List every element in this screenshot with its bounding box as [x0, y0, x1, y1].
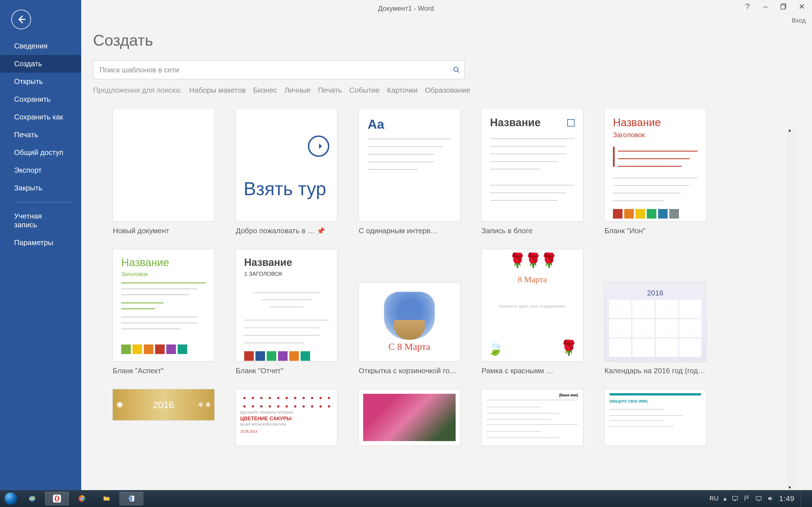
tray-chevron-up-icon[interactable]: ▴	[723, 495, 726, 502]
template-caption: Добро пожаловать в …📌	[236, 226, 337, 235]
roses-icon: 🌹🌹🌹	[509, 252, 556, 269]
sidebar-item-export[interactable]: Экспорт	[0, 161, 81, 179]
sidebar-item-info[interactable]: Сведения	[0, 37, 81, 55]
template-thumb: 2016	[113, 389, 214, 420]
template-thumb: [ВВЕДИТЕ СВОЕ ИМЯ]	[605, 389, 706, 446]
action-center-icon[interactable]	[732, 495, 739, 502]
suggestions-row: Предложения для поиска: Наборы макетов Б…	[93, 86, 801, 95]
start-orb-icon	[4, 492, 17, 505]
title-bar: Документ1 - Word ? – ✕ Вход	[0, 0, 812, 17]
network-icon[interactable]	[755, 495, 762, 502]
flag-icon[interactable]	[744, 495, 750, 502]
vertical-scrollbar[interactable]: ▴ ▾	[788, 127, 798, 490]
template-caption: Новый документ	[113, 226, 214, 235]
template-caption: Календарь на 2016 год (годов…	[605, 367, 706, 375]
taskbar-word[interactable]: W	[119, 492, 143, 505]
volume-icon[interactable]	[767, 495, 774, 502]
svg-point-8	[56, 496, 58, 501]
template-tile-blank[interactable]: Новый документ	[113, 109, 214, 235]
language-indicator[interactable]: RU	[710, 495, 719, 502]
template-gallery-scroll: Новый документ Взять тур Добро пожаловат…	[93, 109, 801, 490]
scroll-up-arrow-icon[interactable]: ▴	[789, 127, 798, 133]
template-tile-roses-frame[interactable]: 🌹🌹🌹 8 Марта Напишите здесь свое поздравл…	[481, 249, 583, 375]
pin-icon: 📌	[317, 227, 325, 235]
template-tile-resume-2[interactable]: [ВВЕДИТЕ СВОЕ ИМЯ]	[605, 389, 706, 446]
opera-icon	[53, 495, 61, 503]
backstage-sidebar: Сведения Создать Открыть Сохранить Сохра…	[0, 0, 81, 490]
template-thumb: С 8 Марта	[359, 283, 460, 361]
help-button[interactable]: ?	[743, 2, 752, 11]
minimize-button[interactable]: –	[761, 2, 770, 11]
sidebar-item-account[interactable]: Учетная запись	[0, 207, 81, 234]
ie-icon	[28, 495, 36, 503]
svg-rect-1	[781, 5, 785, 9]
template-tile-tour[interactable]: Взять тур Добро пожаловать в …📌	[236, 109, 337, 235]
template-caption: Открытка с корзиночкой гол…	[359, 367, 460, 375]
restore-button[interactable]	[779, 2, 788, 11]
sidebar-item-saveas[interactable]: Сохранить как	[0, 108, 81, 126]
template-tile-golden-2016[interactable]: 2016	[113, 389, 214, 446]
main-panel: Создать Предложения для поиска: Наборы м…	[81, 0, 812, 490]
suggest-link[interactable]: Печать	[318, 86, 342, 95]
taskbar-chrome[interactable]	[70, 492, 94, 505]
sidebar-item-create[interactable]: Создать	[0, 55, 81, 73]
template-caption: Бланк "Ион"	[605, 226, 706, 235]
template-tile-sakura[interactable]: ВДОХНИТЕ АРОМАТЫ ЯПОНИИ! ЦВЕТЕНИЕ САКУРЫ…	[236, 389, 337, 446]
scroll-down-arrow-icon[interactable]: ▾	[789, 485, 798, 490]
taskbar-opera[interactable]	[45, 492, 69, 505]
suggest-link[interactable]: Событие	[349, 86, 380, 95]
template-tile-report[interactable]: Название 1 ЗАГОЛОВОК Бланк "Отчет"	[236, 249, 337, 375]
template-caption: Запись в блоге	[481, 226, 583, 235]
sign-in-link[interactable]: Вход	[792, 17, 806, 24]
suggest-link[interactable]: Бизнес	[253, 86, 277, 95]
template-tile-aspect[interactable]: Название Заголовок Бланк "Аспе	[113, 249, 214, 375]
start-button[interactable]	[2, 492, 19, 505]
sidebar-item-share[interactable]: Общий доступ	[0, 144, 81, 161]
template-thumb: Название Заголовок	[605, 109, 706, 221]
template-caption: С одинарным интерв…	[359, 226, 460, 235]
template-tile-8march-card[interactable]: С 8 Марта Открытка с корзиночкой гол…	[359, 249, 460, 375]
sidebar-item-print[interactable]: Печать	[0, 126, 81, 144]
close-button[interactable]: ✕	[797, 2, 806, 11]
word-icon: W	[128, 495, 135, 503]
svg-rect-15	[732, 496, 738, 500]
template-caption: Рамка с красными …	[481, 367, 583, 375]
template-thumb: Название	[481, 109, 583, 221]
template-tile-flower-photo[interactable]	[359, 389, 460, 446]
template-thumb: ВДОХНИТЕ АРОМАТЫ ЯПОНИИ! ЦВЕТЕНИЕ САКУРЫ…	[236, 389, 337, 446]
template-caption: Бланк "Отчет"	[236, 367, 337, 375]
taskbar-file-explorer[interactable]	[95, 492, 118, 505]
template-tile-calendar-2016[interactable]: 2016 ············ ············ ·········…	[605, 249, 706, 375]
chrome-icon	[78, 495, 86, 503]
suggest-link[interactable]: Карточки	[387, 86, 417, 95]
template-gallery: Новый документ Взять тур Добро пожаловат…	[93, 109, 784, 446]
sidebar-item-options[interactable]: Параметры	[0, 234, 81, 251]
svg-point-2	[454, 67, 458, 71]
template-thumb: 🌹🌹🌹 8 Марта Напишите здесь свое поздравл…	[481, 249, 583, 361]
suggest-label: Предложения для поиска:	[93, 86, 182, 95]
sidebar-divider	[14, 202, 73, 202]
window-title: Документ1 - Word	[378, 4, 434, 12]
rose-icon: 🌹	[560, 339, 578, 356]
suggest-link[interactable]: Наборы макетов	[189, 86, 246, 95]
sidebar-item-close[interactable]: Закрыть	[0, 179, 81, 197]
search-icon[interactable]	[453, 66, 460, 74]
suggest-link[interactable]: Образование	[425, 86, 470, 95]
svg-rect-16	[756, 497, 761, 500]
clock[interactable]: 1:49	[779, 494, 795, 503]
search-bar[interactable]	[93, 61, 465, 79]
template-tile-resume-1[interactable]: [Ваше имя]	[481, 389, 583, 446]
sidebar-item-open[interactable]: Открыть	[0, 73, 81, 91]
template-thumb: Aa	[359, 109, 460, 221]
taskbar-ie[interactable]	[20, 492, 44, 505]
template-tile-ion[interactable]: Название Заголовок Бланк "	[605, 109, 706, 235]
template-tile-blog[interactable]: Название Запись в блоге	[481, 109, 583, 235]
template-thumb	[359, 389, 460, 446]
leaf-icon: 🍃	[487, 340, 504, 356]
show-desktop-button[interactable]	[801, 490, 805, 507]
suggest-link[interactable]: Личные	[285, 86, 311, 95]
template-search-input[interactable]	[100, 66, 453, 74]
sidebar-item-save[interactable]: Сохранить	[0, 91, 81, 108]
template-tile-single-spacing[interactable]: Aa С одинарным интерв…	[359, 109, 460, 235]
template-thumb: Название Заголовок	[113, 249, 214, 361]
